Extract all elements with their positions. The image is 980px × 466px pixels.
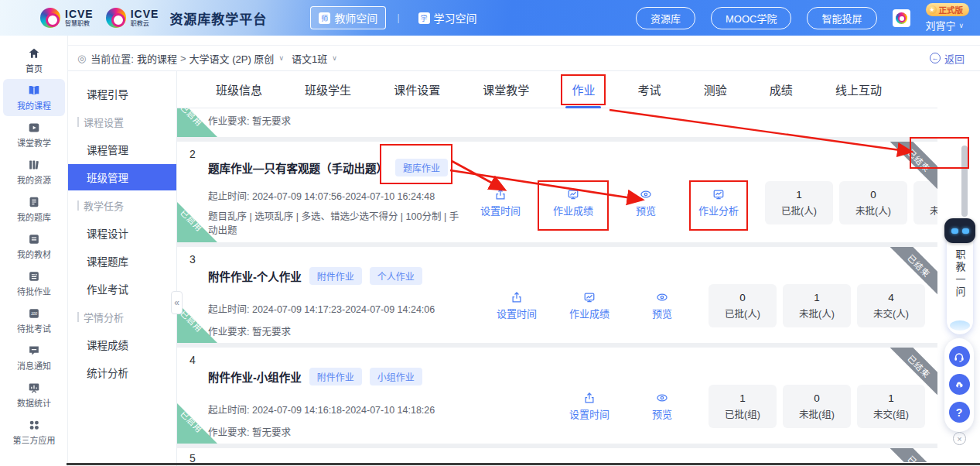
chevron-down-icon: ∨: [959, 22, 965, 29]
sidebar-item-pending-exams[interactable]: 100 待批考试: [3, 302, 65, 339]
tab-exam[interactable]: 考试: [638, 81, 661, 98]
tab-class-students[interactable]: 班级学生: [305, 81, 351, 98]
apps-grid-icon: [27, 418, 41, 432]
close-icon: ×: [957, 434, 961, 444]
customer-service-button[interactable]: [949, 346, 970, 367]
sidebar-item-my-textbooks[interactable]: 我的教材: [3, 228, 65, 265]
set-time-icon: [510, 291, 523, 303]
main-content: 班级信息 班级学生 课件设置 课堂教学 作业 考试 测验 成绩 线上互动 作业要: [177, 71, 980, 466]
sidebar-item-messages[interactable]: 消息通知: [3, 339, 65, 376]
smart-cast-button[interactable]: 智能投屏: [807, 7, 876, 29]
preview-button[interactable]: 预览: [642, 392, 682, 421]
sidebar-collapse-button[interactable]: «: [171, 291, 183, 314]
set-time-button[interactable]: 设置时间: [497, 291, 537, 320]
mooc-college-button[interactable]: MOOC学院: [711, 7, 791, 29]
help-button[interactable]: ?: [949, 402, 970, 423]
submenu-item-course-management[interactable]: 课程管理: [68, 135, 176, 163]
tab-class-info[interactable]: 班级信息: [216, 81, 262, 98]
homework-analysis-button[interactable]: 作业分析: [698, 188, 739, 218]
submenu-item-course-grades[interactable]: 课程成绩: [68, 331, 176, 358]
assignment-number: 2: [190, 148, 196, 160]
eye-icon: [656, 291, 668, 303]
submenu-item-course-design[interactable]: 课程设计: [68, 219, 176, 247]
space-switch: 师 教师空间 | 学 学习空间: [310, 6, 484, 29]
tab-classroom-teaching[interactable]: 课堂教学: [483, 81, 529, 98]
homework-score-button[interactable]: 作业成绩: [569, 291, 610, 320]
stat-ungraded: 1未批(人): [783, 284, 851, 327]
tab-courseware-settings[interactable]: 课件设置: [394, 81, 440, 98]
assignment-card-1-partial: 作业要求: 暂无要求 已启用: [177, 108, 937, 137]
icve-mini-logo[interactable]: [893, 9, 910, 27]
submenu-group-teaching-tasks: 教学任务: [68, 191, 176, 219]
sidebar-item-classroom-teaching[interactable]: 课堂教学: [3, 116, 65, 153]
download-button[interactable]: [949, 374, 970, 395]
app-window: ICVE 智慧职教 ICVE 职教云 资源库教学平台 师 教师空间 | 学 学习…: [0, 0, 980, 466]
pending-exam-icon: 100: [27, 307, 41, 320]
set-time-button[interactable]: 设置时间: [569, 392, 610, 421]
assignment-number: 5: [190, 452, 196, 462]
sidebar-item-pending-homework[interactable]: 待批作业: [3, 265, 65, 302]
home-icon: [27, 46, 41, 60]
top-header: ICVE 智慧职教 ICVE 职教云 资源库教学平台 师 教师空间 | 学 学习…: [0, 0, 980, 36]
learning-space-button[interactable]: 学 学习空间: [411, 7, 485, 29]
tab-grades[interactable]: 成绩: [770, 81, 793, 98]
course-submenu: 课程引导 课程设置 课程管理 班级管理 教学任务 课程设计 课程题库 作业考试 …: [68, 71, 177, 466]
back-arrow-icon: ←: [930, 53, 941, 63]
assignment-title: 题库作业—只有客观题（手动出题）: [208, 159, 388, 176]
sidebar-item-my-courses[interactable]: 我的课程: [3, 79, 65, 116]
homework-score-icon: [567, 188, 579, 200]
stat-ungraded: 0未批(组): [783, 385, 851, 428]
breadcrumb-separator: >: [180, 53, 186, 64]
assignment-number: 3: [190, 253, 196, 266]
homework-score-icon: [583, 291, 596, 303]
question-mark-icon: ?: [956, 406, 963, 419]
stat-graded: 1已批(人): [765, 181, 833, 224]
assignment-time-range: 起止时间: 2024-07-09 14:16:18-2024-07-10 14:…: [208, 402, 480, 416]
close-floating-button[interactable]: ×: [953, 432, 966, 445]
tab-online-interaction[interactable]: 线上互动: [835, 81, 882, 98]
set-time-button[interactable]: 设置时间: [480, 188, 521, 218]
back-button[interactable]: ← 返回: [930, 51, 965, 66]
assignment-requirement: 作业要求: 暂无要求: [208, 424, 480, 439]
sidebar-item-data-statistics[interactable]: 数据统计: [3, 376, 65, 413]
submenu-item-class-management[interactable]: 班级管理: [68, 164, 176, 190]
robot-assistant-icon[interactable]: [944, 218, 975, 243]
preview-button[interactable]: 预览: [642, 291, 682, 320]
submenu-item-course-guide[interactable]: 课程引导: [68, 80, 176, 108]
assistant-label: 职教一问: [953, 249, 968, 299]
assignment-card-3: 3 附件作业-个人作业 附件作业 个人作业 起止时间: 2024-07-09 1…: [177, 247, 937, 343]
chevron-down-icon[interactable]: ∨: [278, 54, 284, 62]
user-menu[interactable]: 刘宵宁 ∨: [926, 18, 965, 33]
sidebar-item-home[interactable]: 首页: [3, 42, 65, 79]
icve-mini-logo-icon: [896, 12, 907, 24]
resource-library-button[interactable]: 资源库: [636, 7, 695, 29]
chevron-down-icon[interactable]: ∨: [332, 54, 337, 62]
eye-icon: [640, 188, 652, 200]
assignment-requirement: 作业要求: 暂无要求: [177, 108, 937, 128]
assignment-time-range: 起止时间: 2024-07-09 14:07:56-2024-07-10 16:…: [208, 188, 480, 203]
breadcrumb-class-selector[interactable]: 语文1班: [292, 51, 327, 66]
user-area: ★ 正式版 刘宵宁 ∨: [926, 3, 970, 33]
teacher-space-button[interactable]: 师 教师空间: [310, 6, 386, 29]
ribbon-ended: 已结束: [890, 448, 937, 462]
preview-button[interactable]: 预览: [626, 188, 666, 218]
tab-homework[interactable]: 作业: [572, 81, 595, 98]
sidebar-item-third-party-apps[interactable]: 第三方应用: [3, 413, 65, 451]
sidebar-item-my-question-bank[interactable]: 我的题库: [3, 190, 65, 228]
assignment-card-4: 4 附件作业-小组作业 附件作业 小组作业 起止时间: 2024-07-09 1…: [177, 348, 937, 444]
submenu-item-course-question-bank[interactable]: 课程题库: [68, 247, 176, 275]
assignment-requirement: 作业要求: 暂无要求: [208, 324, 480, 338]
sidebar-item-my-resources[interactable]: 我的资源: [3, 153, 65, 190]
submenu-item-homework-exam[interactable]: 作业考试: [68, 275, 176, 303]
set-time-icon: [494, 188, 507, 200]
header-right: 资源库 MOOC学院 智能投屏 ★ 正式版 刘宵宁 ∨: [636, 3, 980, 33]
breadcrumb-my-courses[interactable]: 我的课程: [137, 51, 177, 66]
hologram-wave-icon: [950, 320, 970, 331]
breadcrumb-course-selector[interactable]: 大学语文 (2P) 原创: [190, 51, 275, 66]
assistant-widget[interactable]: 职教一问: [947, 231, 973, 334]
scrollbar-thumb[interactable]: [961, 146, 968, 217]
assignment-card-2: 2 题库作业—只有客观题（手动出题） 题库作业 起止时间: 2024-07-09…: [177, 142, 937, 242]
submenu-item-statistical-analysis[interactable]: 统计分析: [68, 358, 176, 386]
homework-score-button[interactable]: 作业成绩: [553, 188, 593, 218]
tab-quiz[interactable]: 测验: [704, 81, 727, 98]
